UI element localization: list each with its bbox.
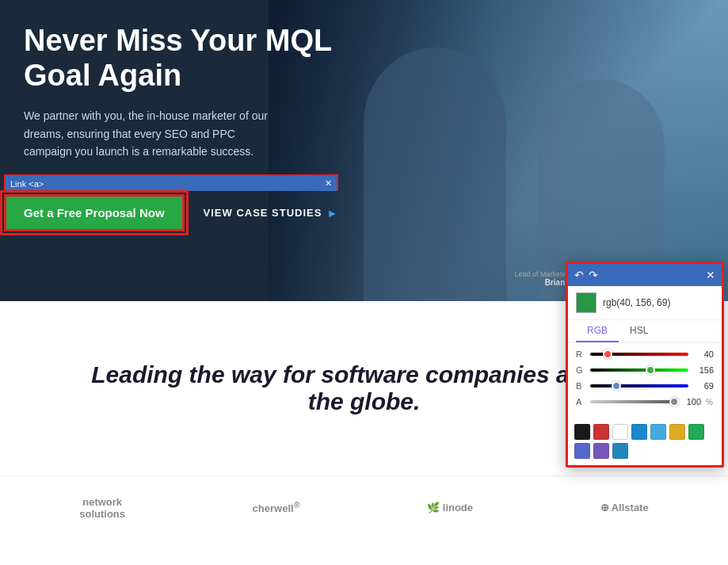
case-studies-button[interactable]: VIEW CASE STUDIES ►	[204, 207, 339, 220]
color-picker-tabs: RGB HSL	[568, 320, 722, 343]
link-editor-bar: Link <a> ✕	[4, 174, 338, 191]
swatch-black[interactable]	[574, 424, 590, 440]
logo-linode: 🌿 linode	[427, 502, 473, 513]
swatch-teal[interactable]	[612, 443, 628, 459]
swatch-yellow[interactable]	[669, 424, 685, 440]
color-picker-nav-icons: ↶ ↷	[574, 269, 598, 281]
swatch-blue1[interactable]	[631, 424, 647, 440]
a-slider-value: 100	[680, 397, 701, 407]
g-slider-track[interactable]	[590, 368, 688, 372]
tab-hsl[interactable]: HSL	[619, 320, 659, 342]
hero-title: Never Miss Your MQL Goal Again	[24, 24, 376, 93]
r-slider-label: R	[576, 349, 585, 359]
middle-title: Leading the way for software companies a…	[87, 361, 642, 415]
swatch-red[interactable]	[593, 424, 609, 440]
link-label: Link <a>	[10, 179, 44, 189]
logo-text: cherwell®	[253, 500, 300, 514]
arrow-icon: ►	[326, 207, 338, 220]
color-value-row: rgb(40, 156, 69)	[568, 286, 722, 320]
a-slider-track[interactable]	[590, 400, 676, 403]
swatch-blue2[interactable]	[650, 424, 666, 440]
color-picker-header: ↶ ↷ ✕	[568, 264, 722, 286]
color-sliders: R 40 G 156 B 69 A 100	[568, 343, 722, 419]
r-slider-value: 40	[693, 349, 714, 359]
undo-icon[interactable]: ↶	[574, 269, 584, 281]
case-studies-label: VIEW CASE STUDIES	[204, 207, 322, 219]
g-slider-value: 156	[693, 365, 714, 375]
g-slider-thumb[interactable]	[646, 365, 655, 375]
r-slider-row: R 40	[576, 349, 714, 359]
tab-rgb[interactable]: RGB	[576, 320, 619, 342]
logo-network-solutions: networksolutions	[79, 496, 125, 520]
color-picker-panel: ↶ ↷ ✕ rgb(40, 156, 69) RGB HSL R 40 G 15…	[566, 262, 724, 468]
logo-text: networksolutions	[79, 496, 125, 520]
swatch-green[interactable]	[688, 424, 704, 440]
swatch-purple2[interactable]	[593, 443, 609, 459]
redo-icon[interactable]: ↷	[589, 269, 598, 281]
g-slider-row: G 156	[576, 365, 714, 375]
b-slider-row: B 69	[576, 381, 714, 391]
b-slider-value: 69	[693, 381, 714, 391]
b-slider-label: B	[576, 381, 585, 391]
a-slider-unit: %	[706, 398, 714, 407]
hero-subtitle: We partner with you, the in-house market…	[24, 107, 277, 160]
logo-text: 🌿 linode	[427, 502, 473, 513]
a-slider-row: A 100 %	[576, 397, 714, 407]
link-editor: Link <a> ✕ Get a Free Proposal Now VIEW …	[4, 174, 338, 231]
swatch-purple1[interactable]	[574, 443, 590, 459]
current-color-swatch[interactable]	[576, 292, 597, 313]
a-slider-thumb[interactable]	[669, 397, 679, 407]
logo-text: ⊕ Allstate	[600, 502, 649, 513]
logo-allstate: ⊕ Allstate	[600, 502, 649, 513]
link-editor-close-button[interactable]: ✕	[325, 178, 332, 189]
logo-cherwell: cherwell®	[253, 500, 300, 514]
cta-row: Get a Free Proposal Now VIEW CASE STUDIE…	[4, 194, 338, 231]
r-slider-track[interactable]	[590, 353, 688, 356]
color-hex-value: rgb(40, 156, 69)	[603, 297, 670, 308]
get-proposal-button[interactable]: Get a Free Proposal Now	[4, 194, 185, 231]
swatch-white[interactable]	[612, 424, 628, 440]
g-slider-label: G	[576, 365, 585, 375]
b-slider-track[interactable]	[590, 384, 688, 387]
a-slider-label: A	[576, 397, 585, 407]
color-picker-close-button[interactable]: ✕	[706, 269, 715, 281]
logos-bar: networksolutions cherwell® 🌿 linode ⊕ Al…	[0, 475, 728, 539]
color-swatches	[568, 419, 722, 465]
b-slider-thumb[interactable]	[612, 381, 621, 391]
r-slider-thumb[interactable]	[603, 349, 612, 359]
hero-content: Never Miss Your MQL Goal Again We partne…	[0, 0, 400, 301]
hero-section: Never Miss Your MQL Goal Again We partne…	[0, 0, 728, 301]
